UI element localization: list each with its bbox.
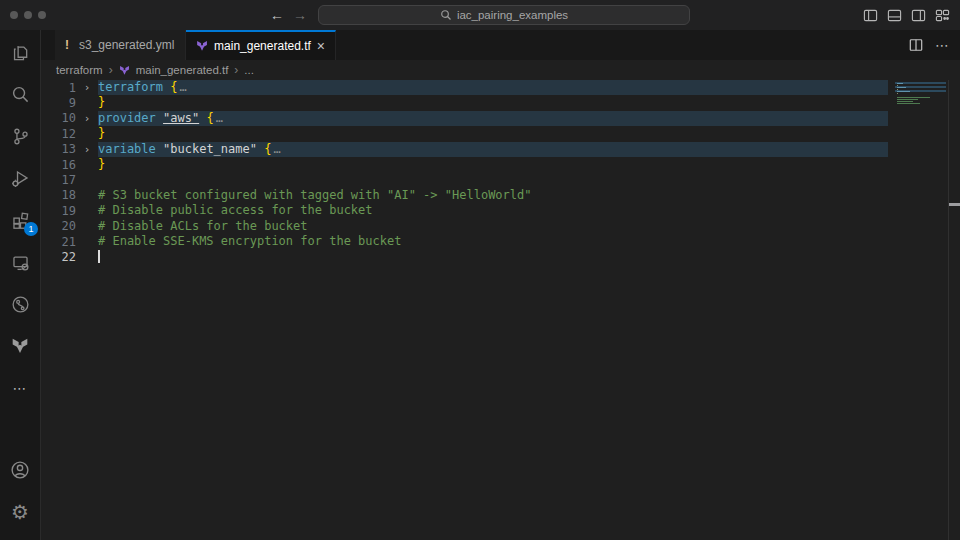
settings-button[interactable]: ⚙ (6, 498, 34, 526)
code-line[interactable]: 19# Disable public access for the bucket (41, 203, 960, 218)
sidebar-item-remote-explorer[interactable] (6, 248, 34, 276)
tab-bar: ! s3_generated.yml main_generated.tf × ⋯ (41, 30, 960, 60)
line-number: 18 (41, 188, 76, 202)
cursor-caret (98, 250, 100, 263)
code-line[interactable]: 20# Disable ACLs for the bucket (41, 219, 960, 234)
sidebar-item-run-debug[interactable] (6, 164, 34, 192)
token-st: "bucket_name" (163, 142, 257, 156)
token-br: } (98, 157, 105, 171)
run-debug-icon (11, 169, 30, 188)
token-br: } (98, 126, 105, 140)
line-number: 9 (41, 96, 76, 110)
folded-region-ellipsis[interactable]: … (216, 111, 223, 125)
code-line[interactable]: 12} (41, 126, 960, 141)
split-editor-icon[interactable] (909, 38, 923, 52)
more-icon: ⋯ (13, 380, 28, 396)
code-text[interactable]: # Disable public access for the bucket (98, 203, 888, 218)
token-pl (156, 142, 163, 156)
tab-main-generated-tf[interactable]: main_generated.tf × (186, 30, 336, 60)
code-text[interactable]: # S3 bucket configured with tagged with … (98, 188, 888, 203)
breadcrumb-symbol[interactable]: ... (244, 64, 254, 76)
sidebar-item-search[interactable] (6, 80, 34, 108)
code-line[interactable]: 22 (41, 249, 960, 264)
fold-chevron-icon[interactable]: › (76, 81, 98, 94)
code-text[interactable]: } (98, 95, 888, 110)
code-text[interactable] (98, 172, 888, 187)
breadcrumb-file[interactable]: main_generated.tf (136, 64, 229, 76)
token-kw: terraform (98, 80, 163, 94)
token-cm: # Disable ACLs for the bucket (98, 219, 308, 233)
token-br: { (170, 80, 177, 94)
zoom-window-button[interactable] (38, 11, 46, 19)
chevron-right-icon: › (109, 63, 113, 77)
chevron-right-icon: › (234, 63, 238, 77)
minimize-window-button[interactable] (24, 11, 32, 19)
line-number: 12 (41, 127, 76, 141)
code-editor[interactable]: 1›terraform {…9}10›provider "aws" {…12}1… (41, 80, 960, 540)
code-line[interactable]: 17 (41, 172, 960, 187)
token-cm: # Disable public access for the bucket (98, 203, 373, 217)
token-cm: # Enable SSE-KMS encryption for the buck… (98, 234, 401, 248)
code-text[interactable]: # Disable ACLs for the bucket (98, 219, 888, 234)
code-text[interactable]: terraform {… (98, 80, 888, 95)
line-number: 17 (41, 173, 76, 187)
sidebar-item-circled-branch[interactable] (6, 290, 34, 318)
minimap[interactable] (895, 82, 946, 106)
folded-region-ellipsis[interactable]: … (273, 142, 280, 156)
code-text[interactable]: } (98, 157, 888, 172)
toggle-secondary-sidebar-icon[interactable] (911, 8, 926, 23)
terraform-icon (11, 337, 29, 355)
token-pl (156, 111, 163, 125)
line-number: 1 (41, 81, 76, 95)
sidebar-item-explorer[interactable] (6, 38, 34, 66)
terraform-icon (119, 65, 130, 76)
token-cm: # S3 bucket configured with tagged with … (98, 188, 531, 202)
sidebar-item-terraform[interactable] (6, 332, 34, 360)
code-line[interactable]: 10›provider "aws" {… (41, 111, 960, 126)
close-tab-icon[interactable]: × (317, 39, 325, 53)
fold-chevron-icon[interactable]: › (76, 143, 98, 156)
code-line[interactable]: 1›terraform {… (41, 80, 960, 95)
sidebar-item-source-control[interactable] (6, 122, 34, 150)
code-line[interactable]: 13›variable "bucket_name" {… (41, 142, 960, 157)
editor-more-actions-icon[interactable]: ⋯ (935, 37, 950, 53)
sidebar-item-more[interactable]: ⋯ (6, 374, 34, 402)
code-line[interactable]: 18# S3 bucket configured with tagged wit… (41, 188, 960, 203)
token-su: "aws" (163, 111, 199, 125)
overview-ruler[interactable] (948, 80, 960, 540)
code-text[interactable] (98, 249, 888, 264)
extensions-badge: 1 (24, 222, 38, 236)
token-br: { (264, 142, 271, 156)
command-center-search[interactable]: iac_pairing_examples (318, 5, 690, 25)
warning-icon: ! (65, 38, 73, 52)
navigate-forward-icon[interactable]: → (293, 7, 307, 23)
account-button[interactable] (6, 456, 34, 484)
code-line[interactable]: 21# Enable SSE-KMS encryption for the bu… (41, 234, 960, 249)
gear-icon: ⚙ (11, 502, 29, 522)
line-number: 21 (41, 235, 76, 249)
tab-s3-generated-yml[interactable]: ! s3_generated.yml (55, 30, 186, 60)
code-text[interactable]: } (98, 126, 888, 141)
search-icon (11, 85, 30, 104)
line-number: 19 (41, 204, 76, 218)
fold-chevron-icon[interactable]: › (76, 112, 98, 125)
code-text[interactable]: provider "aws" {… (98, 111, 888, 126)
toggle-primary-sidebar-icon[interactable] (863, 8, 878, 23)
vscode-window: ← → iac_pairing_examples (0, 0, 960, 540)
code-text[interactable]: variable "bucket_name" {… (98, 142, 888, 157)
toggle-panel-icon[interactable] (887, 8, 902, 23)
customize-layout-icon[interactable] (935, 8, 950, 23)
code-line[interactable]: 16} (41, 157, 960, 172)
close-window-button[interactable] (10, 11, 18, 19)
breadcrumb-folder[interactable]: terraform (56, 64, 103, 76)
code-line[interactable]: 9} (41, 95, 960, 110)
code-text[interactable]: # Enable SSE-KMS encryption for the buck… (98, 234, 888, 249)
breadcrumb: terraform › main_generated.tf › ... (41, 60, 960, 80)
cursor-position-marker (949, 203, 960, 206)
sidebar-item-extensions[interactable]: 1 (6, 206, 34, 234)
navigate-back-icon[interactable]: ← (270, 7, 284, 23)
minimap-line (895, 104, 946, 106)
remote-explorer-icon (11, 253, 30, 272)
line-number: 20 (41, 219, 76, 233)
folded-region-ellipsis[interactable]: … (180, 80, 187, 94)
